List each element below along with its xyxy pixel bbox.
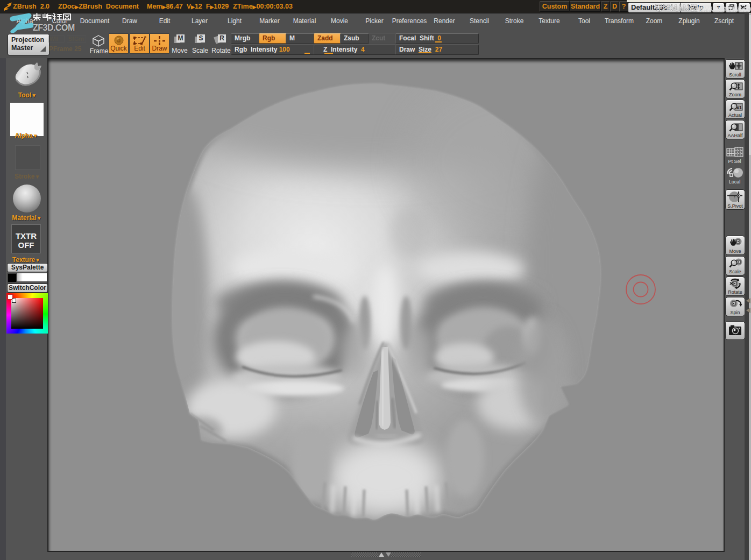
svg-text:?: ? xyxy=(734,196,735,199)
svg-text:x1: x1 xyxy=(736,105,742,110)
